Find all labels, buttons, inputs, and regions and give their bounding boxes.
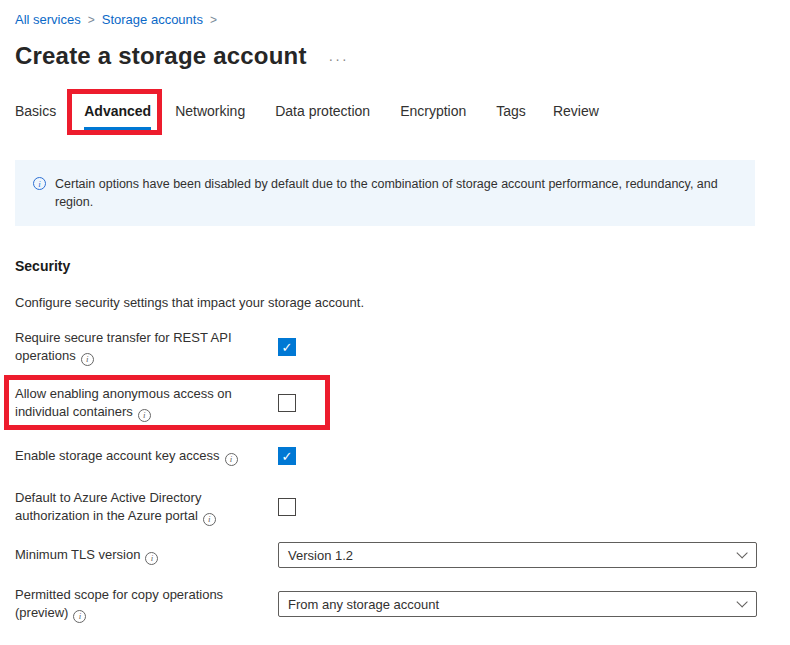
checkbox-key-access[interactable] — [278, 447, 296, 465]
info-banner-text: Certain options have been disabled by de… — [55, 175, 725, 211]
create-storage-account-page: All services>Storage accounts> Create a … — [0, 0, 790, 645]
tab-tags[interactable]: Tags — [496, 103, 526, 130]
info-icon[interactable] — [145, 552, 158, 565]
breadcrumb-separator-icon: > — [210, 13, 217, 27]
info-icon[interactable] — [225, 453, 238, 466]
breadcrumb-link-all-services[interactable]: All services — [15, 12, 81, 27]
setting-row-min-tls: Minimum TLS version Version 1.2 — [15, 542, 755, 568]
setting-label: Enable storage account key access — [15, 447, 265, 465]
tab-review[interactable]: Review — [553, 103, 599, 130]
tab-data-protection[interactable]: Data protection — [275, 103, 370, 130]
tab-networking[interactable]: Networking — [175, 103, 245, 130]
setting-row-aad-authorization: Default to Azure Active Directory author… — [15, 489, 755, 525]
chevron-down-icon — [736, 596, 747, 607]
breadcrumb: All services>Storage accounts> — [15, 12, 755, 28]
setting-label: Allow enabling anonymous access on indiv… — [15, 385, 265, 421]
setting-label: Default to Azure Active Directory author… — [15, 489, 265, 525]
tab-encryption[interactable]: Encryption — [400, 103, 466, 130]
setting-row-copy-scope: Permitted scope for copy operations (pre… — [15, 586, 755, 622]
setting-row-secure-transfer: Require secure transfer for REST API ope… — [15, 329, 755, 365]
breadcrumb-link-storage-accounts[interactable]: Storage accounts — [102, 12, 203, 27]
setting-label: Require secure transfer for REST API ope… — [15, 329, 265, 365]
tab-advanced-wrapper: Advanced — [84, 103, 151, 130]
chevron-down-icon — [736, 547, 747, 558]
setting-row-anonymous-access: Allow enabling anonymous access on indiv… — [15, 385, 755, 421]
setting-label: Minimum TLS version — [15, 546, 265, 564]
more-options-icon[interactable]: ··· — [329, 51, 349, 67]
tab-basics[interactable]: Basics — [15, 103, 56, 130]
checkbox-aad-authorization[interactable] — [278, 498, 296, 516]
info-banner: Certain options have been disabled by de… — [15, 160, 755, 226]
info-icon — [33, 177, 46, 190]
info-icon[interactable] — [138, 409, 151, 422]
info-icon[interactable] — [81, 353, 94, 366]
setting-label: Permitted scope for copy operations (pre… — [15, 586, 265, 622]
dropdown-selected-value: Version 1.2 — [288, 548, 736, 563]
breadcrumb-separator-icon: > — [88, 13, 95, 27]
section-heading-security: Security — [15, 258, 755, 274]
section-description: Configure security settings that impact … — [15, 295, 755, 310]
tab-bar: Basics Advanced Networking Data protecti… — [15, 103, 755, 130]
page-title: Create a storage account — [15, 41, 307, 71]
info-icon[interactable] — [203, 513, 216, 526]
dropdown-selected-value: From any storage account — [288, 597, 736, 612]
setting-row-key-access: Enable storage account key access — [15, 447, 755, 465]
checkbox-require-secure-transfer[interactable] — [278, 338, 296, 356]
title-row: Create a storage account ··· — [15, 41, 755, 71]
settings-form: Require secure transfer for REST API ope… — [15, 329, 755, 622]
dropdown-min-tls-version[interactable]: Version 1.2 — [278, 542, 757, 568]
tab-advanced[interactable]: Advanced — [84, 103, 151, 130]
checkbox-anonymous-access[interactable] — [278, 394, 296, 412]
dropdown-copy-scope[interactable]: From any storage account — [278, 591, 757, 617]
info-icon[interactable] — [73, 610, 86, 623]
